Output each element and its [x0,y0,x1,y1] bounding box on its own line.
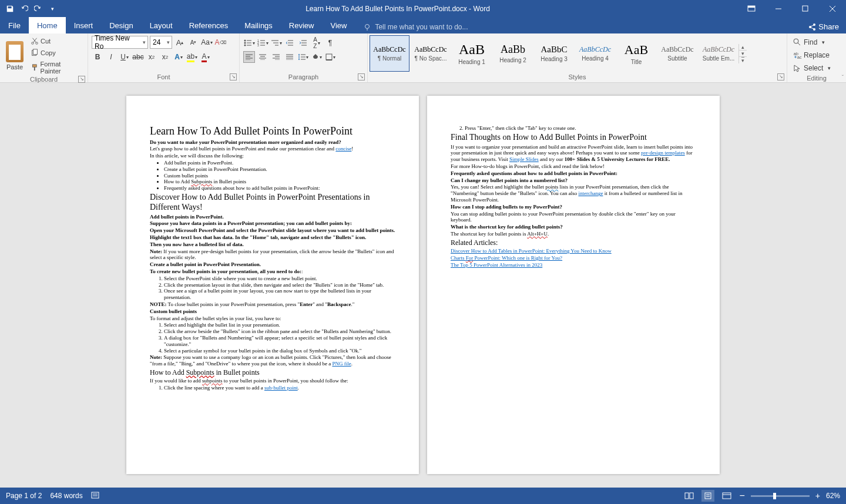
copy-button[interactable]: Copy [28,48,84,58]
bold-button[interactable]: B [92,51,103,63]
tab-file[interactable]: File [0,17,29,33]
save-icon[interactable] [5,4,15,14]
subscript-button[interactable]: x2 [146,51,157,63]
minimize-button[interactable] [765,0,792,17]
justify-icon[interactable] [284,51,296,63]
style-item[interactable]: AaBHeading 1 [452,35,492,72]
shading-icon[interactable] [311,51,323,63]
maximize-button[interactable] [792,0,819,17]
ribbon-display-options-icon[interactable] [738,5,765,12]
text-effects-icon[interactable]: A [173,51,184,63]
tab-references[interactable]: References [181,17,236,33]
link-predesign-templates[interactable]: pre-design templates [641,150,685,156]
related-link-wrap: Charts For PowerPoint: Which one is Righ… [451,255,696,261]
related-link[interactable]: Charts For PowerPoint: Which one is Righ… [451,255,562,261]
tell-me-search[interactable]: Tell me what you want to do... [363,23,468,33]
numbering-icon[interactable]: 123 [257,37,268,49]
sort-icon[interactable]: AZ [311,37,323,49]
align-left-icon[interactable] [243,51,255,63]
svg-rect-72 [705,493,711,499]
svg-text:ac: ac [797,55,801,59]
font-size-combo[interactable]: 24 [150,36,172,49]
zoom-in-icon[interactable]: + [815,491,820,500]
status-page[interactable]: Page 1 of 2 [6,492,42,500]
style-item[interactable]: AaBbCcDc¶ Normal [370,35,409,72]
replace-button[interactable]: abacReplace [791,49,832,62]
style-item[interactable]: AaBbCcDcSubtle Em... [699,35,738,72]
document-area[interactable]: Learn How To Add Bullet Points In PowerP… [0,83,846,488]
superscript-button[interactable]: x2 [159,51,171,63]
highlight-color-icon[interactable]: ab [186,51,198,63]
zoom-out-icon[interactable]: − [739,490,744,501]
change-case-icon[interactable]: Aa [201,36,213,48]
related-link[interactable]: The Top 5 PowerPoint Alternatives in 202… [451,262,542,268]
tab-design[interactable]: Design [101,17,141,33]
undo-icon[interactable] [19,4,29,14]
redo-icon[interactable] [33,4,43,14]
styles-more-icon[interactable]: ▾ [739,56,747,63]
show-hide-icon[interactable]: ¶ [324,37,336,49]
font-color-icon[interactable]: A [200,51,212,63]
link-sub-bullet[interactable]: sub-bullet point [264,385,298,391]
link-concise[interactable]: concise [335,146,351,152]
decrease-indent-icon[interactable] [284,37,296,49]
link-simple-slides[interactable]: Simple Slides [509,156,539,162]
doc-text: Frequently asked questions about how to … [451,170,617,176]
underline-button[interactable]: U [119,51,130,63]
line-spacing-icon[interactable] [297,51,309,63]
tab-mailings[interactable]: Mailings [236,17,281,33]
align-right-icon[interactable] [270,51,282,63]
strikethrough-button[interactable]: abc [132,51,144,63]
styles-scroll[interactable]: ▴ ▾ ▾ [738,44,747,63]
style-item[interactable]: AaBTitle [616,35,656,72]
zoom-slider[interactable] [751,495,810,497]
clipboard-launcher-icon[interactable]: ↘ [78,76,85,83]
cut-button[interactable]: Cut [28,36,84,46]
style-item[interactable]: AaBbCHeading 3 [534,35,574,72]
font-launcher-icon[interactable]: ↘ [230,73,237,80]
italic-button[interactable]: I [105,51,117,63]
tab-review[interactable]: Review [281,17,323,33]
increase-indent-icon[interactable] [297,37,309,49]
proofing-icon[interactable] [91,491,100,501]
web-layout-icon[interactable] [720,490,733,502]
styles-up-icon[interactable]: ▴ [739,44,747,50]
tab-home[interactable]: Home [29,17,66,33]
multilevel-list-icon[interactable] [270,37,282,49]
collapse-ribbon-icon[interactable]: ˇ [842,75,844,81]
qat-customize-icon[interactable]: ▾ [47,4,58,14]
list-item: Select a particular symbol for your bull… [164,348,395,354]
align-center-icon[interactable] [257,51,268,63]
format-painter-button[interactable]: Format Painter [28,59,84,76]
bullets-icon[interactable] [243,37,255,49]
shrink-font-icon[interactable]: A▾ [187,36,199,48]
related-link[interactable]: Discover How to Add Tables in PowerPoint… [451,248,612,254]
style-item[interactable]: AaBbCcDcSubtitle [657,35,697,72]
tab-layout[interactable]: Layout [142,17,181,33]
style-item[interactable]: AaBbHeading 2 [493,35,533,72]
doc-text: If you would like to add subpoints to yo… [150,378,395,384]
print-layout-icon[interactable] [701,490,714,502]
paste-button[interactable]: Paste [4,40,26,72]
share-icon [808,23,816,31]
paragraph-launcher-icon[interactable]: ↘ [358,73,365,80]
tab-insert[interactable]: Insert [66,17,102,33]
styles-launcher-icon[interactable]: ↘ [777,73,784,80]
style-item[interactable]: AaBbCcDcHeading 4 [575,35,615,72]
styles-down-icon[interactable]: ▾ [739,50,747,56]
zoom-level[interactable]: 62% [826,492,840,500]
select-button[interactable]: Select▾ [791,62,833,75]
find-button[interactable]: Find▾ [791,36,827,49]
borders-icon[interactable] [324,51,336,63]
clear-formatting-icon[interactable]: A⌫ [214,36,226,48]
share-button[interactable]: Share [801,20,846,33]
close-button[interactable] [819,0,846,17]
read-mode-icon[interactable] [683,490,696,502]
style-item[interactable]: AaBbCcDc¶ No Spac... [411,35,451,72]
status-words[interactable]: 648 words [50,492,82,500]
link-interchange[interactable]: interchange [578,190,603,196]
font-name-combo[interactable]: Times New Ro [92,36,148,49]
grow-font-icon[interactable]: A▴ [174,36,186,48]
tab-view[interactable]: View [322,17,355,33]
link-png-file[interactable]: PNG file [332,361,351,367]
